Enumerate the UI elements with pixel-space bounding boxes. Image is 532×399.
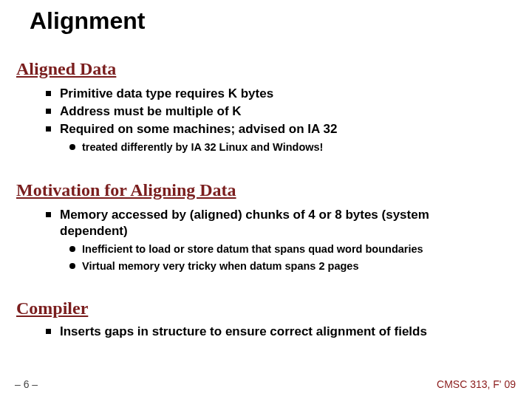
bullet-text: Memory accessed by (aligned) chunks of 4… [60, 207, 497, 239]
slide-title: Alignment [30, 7, 145, 35]
list-item: Primitive data type requires K bytes [46, 86, 497, 102]
section-heading-compiler: Compiler [16, 299, 88, 318]
circle-bullet-icon [69, 263, 75, 269]
list-item: Address must be multiple of K [46, 103, 497, 120]
section-heading-motivation: Motivation for Aligning Data [16, 180, 236, 200]
section-body-aligned-data: Primitive data type requires K bytes Add… [46, 86, 497, 156]
slide: Alignment Aligned Data Primitive data ty… [0, 0, 532, 399]
page-number: – 6 – [15, 378, 38, 390]
square-bullet-icon [46, 109, 51, 114]
sub-bullet-text: treated differently by IA 32 Linux and W… [82, 140, 497, 154]
section-heading-aligned-data: Aligned Data [16, 59, 116, 79]
section-body-compiler: Inserts gaps in structure to ensure corr… [46, 324, 497, 341]
square-bullet-icon [46, 126, 51, 132]
section-body-motivation: Memory accessed by (aligned) chunks of 4… [46, 207, 497, 275]
circle-bullet-icon [69, 144, 75, 150]
list-item: Required on some machines; advised on IA… [46, 121, 497, 137]
list-item: Memory accessed by (aligned) chunks of 4… [46, 207, 497, 239]
sub-list-item: Inefficient to load or store datum that … [69, 242, 497, 256]
bullet-text: Primitive data type requires K bytes [60, 86, 497, 102]
sub-bullet-text: Virtual memory very tricky when datum sp… [82, 259, 497, 273]
square-bullet-icon [46, 212, 51, 217]
sub-bullet-text: Inefficient to load or store datum that … [82, 242, 497, 256]
circle-bullet-icon [69, 246, 75, 252]
course-label: CMSC 313, F' 09 [437, 378, 516, 390]
list-item: Inserts gaps in structure to ensure corr… [46, 324, 497, 340]
square-bullet-icon [46, 91, 51, 96]
square-bullet-icon [46, 329, 51, 334]
bullet-text: Required on some machines; advised on IA… [60, 121, 497, 137]
sub-list-item: Virtual memory very tricky when datum sp… [69, 259, 497, 273]
bullet-text: Inserts gaps in structure to ensure corr… [60, 324, 497, 340]
bullet-text: Address must be multiple of K [60, 103, 497, 120]
sub-list-item: treated differently by IA 32 Linux and W… [69, 140, 497, 154]
